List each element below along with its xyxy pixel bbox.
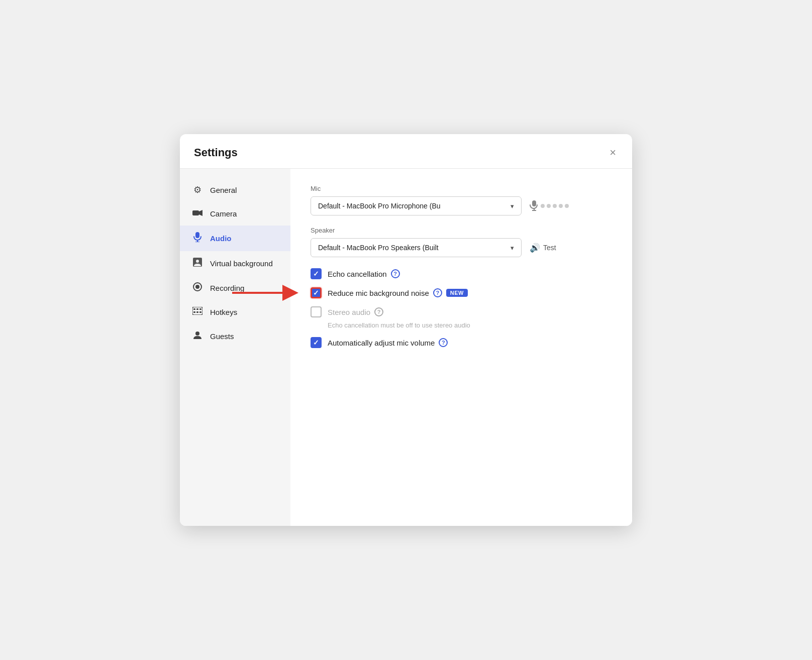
recording-icon: [192, 282, 203, 294]
sidebar-label-guests: Guests: [210, 332, 234, 341]
dialog-body: ⚙ General Camera Audio Virtual backgrou: [180, 169, 632, 526]
auto-adjust-row: ✓ Automatically adjust mic volume ?: [311, 337, 612, 348]
sidebar-label-general: General: [210, 186, 237, 194]
hotkeys-icon: [192, 307, 203, 317]
speaker-chevron-icon: ▾: [511, 244, 514, 252]
stereo-audio-row: Stereo audio ?: [311, 306, 612, 317]
svg-rect-17: [532, 200, 536, 206]
svg-point-6: [196, 260, 199, 263]
audio-options: ✓ Echo cancellation ?: [311, 268, 612, 348]
svg-rect-0: [192, 210, 199, 215]
echo-cancellation-row: ✓ Echo cancellation ?: [311, 268, 612, 279]
mic-section-label: Mic: [311, 185, 612, 192]
sidebar-label-hotkeys: Hotkeys: [210, 308, 237, 316]
svg-marker-1: [199, 210, 202, 216]
test-speaker-button[interactable]: 🔊 Test: [530, 243, 556, 253]
level-dot-3: [553, 204, 557, 208]
dialog-header: Settings ×: [180, 134, 632, 169]
echo-help-icon[interactable]: ?: [391, 269, 400, 278]
sidebar-label-virtual-background: Virtual background: [210, 259, 273, 268]
stereo-help-icon[interactable]: ?: [374, 307, 383, 316]
level-dot-4: [559, 204, 563, 208]
sidebar-item-camera[interactable]: Camera: [180, 202, 290, 226]
sidebar-item-general[interactable]: ⚙ General: [180, 178, 290, 202]
svg-rect-9: [192, 307, 202, 315]
level-dot-1: [541, 204, 545, 208]
reduce-noise-row: ✓ Reduce mic background noise ? NEW: [311, 287, 612, 298]
close-button[interactable]: ×: [607, 145, 618, 160]
svg-rect-15: [199, 311, 201, 313]
sidebar-item-guests[interactable]: Guests: [180, 324, 290, 349]
sidebar-item-virtual-background[interactable]: Virtual background: [180, 251, 290, 276]
sidebar: ⚙ General Camera Audio Virtual backgrou: [180, 169, 290, 526]
echo-checkmark: ✓: [313, 270, 319, 278]
sidebar-label-audio: Audio: [210, 234, 232, 243]
new-badge: NEW: [446, 289, 468, 297]
speaker-select[interactable]: Default - MacBook Pro Speakers (Built ▾: [311, 238, 522, 257]
auto-adjust-label: Automatically adjust mic volume ?: [328, 338, 448, 347]
reduce-noise-label: Reduce mic background noise ? NEW: [328, 288, 468, 297]
echo-cancellation-checkbox[interactable]: ✓: [311, 268, 322, 279]
svg-rect-14: [196, 311, 198, 313]
auto-adjust-checkbox[interactable]: ✓: [311, 337, 322, 348]
auto-adjust-help-icon[interactable]: ?: [439, 338, 448, 347]
stereo-note: Echo cancellation must be off to use ste…: [328, 321, 612, 329]
speaker-select-row: Default - MacBook Pro Speakers (Built ▾ …: [311, 238, 612, 257]
reduce-noise-checkbox[interactable]: ✓: [311, 287, 322, 298]
settings-dialog: Settings × ⚙ General Camera Audio: [180, 134, 632, 526]
arrow-svg: [230, 284, 300, 302]
speaker-section-label: Speaker: [311, 227, 612, 234]
svg-rect-11: [196, 308, 198, 310]
auto-adjust-checkmark: ✓: [313, 339, 319, 347]
mic-level-icon: [530, 200, 539, 211]
dialog-title: Settings: [194, 146, 238, 159]
svg-rect-10: [193, 308, 195, 310]
mic-select[interactable]: Default - MacBook Pro Microphone (Bu ▾: [311, 196, 522, 215]
level-dot-5: [565, 204, 569, 208]
camera-icon: [192, 208, 203, 219]
stereo-audio-label: Stereo audio ?: [328, 307, 383, 316]
svg-rect-13: [193, 311, 195, 313]
speaker-select-value: Default - MacBook Pro Speakers (Built: [318, 244, 506, 252]
svg-point-16: [195, 332, 199, 336]
sidebar-item-hotkeys[interactable]: Hotkeys: [180, 300, 290, 324]
mic-select-value: Default - MacBook Pro Microphone (Bu: [318, 202, 506, 210]
gear-icon: ⚙: [192, 184, 203, 195]
stereo-checkbox[interactable]: [311, 306, 322, 317]
mic-level-indicator: [530, 200, 569, 211]
virtual-background-icon: [192, 258, 203, 269]
svg-rect-12: [199, 308, 201, 310]
test-button-label: Test: [543, 244, 556, 252]
svg-point-8: [195, 285, 199, 289]
svg-rect-2: [195, 232, 199, 238]
reduce-noise-help-icon[interactable]: ?: [433, 288, 442, 297]
mic-icon: [192, 232, 203, 245]
mic-chevron-icon: ▾: [511, 202, 514, 210]
speaker-icon: 🔊: [530, 243, 540, 253]
level-dot-2: [547, 204, 551, 208]
audio-settings-content: Mic Default - MacBook Pro Microphone (Bu…: [290, 169, 632, 526]
reduce-noise-checkmark: ✓: [313, 289, 319, 297]
mic-select-row: Default - MacBook Pro Microphone (Bu ▾: [311, 196, 612, 215]
echo-cancellation-label: Echo cancellation ?: [328, 269, 400, 278]
annotation-arrow: [230, 284, 300, 302]
sidebar-label-camera: Camera: [210, 209, 237, 218]
sidebar-item-audio[interactable]: Audio: [180, 226, 290, 251]
guests-icon: [192, 331, 203, 342]
